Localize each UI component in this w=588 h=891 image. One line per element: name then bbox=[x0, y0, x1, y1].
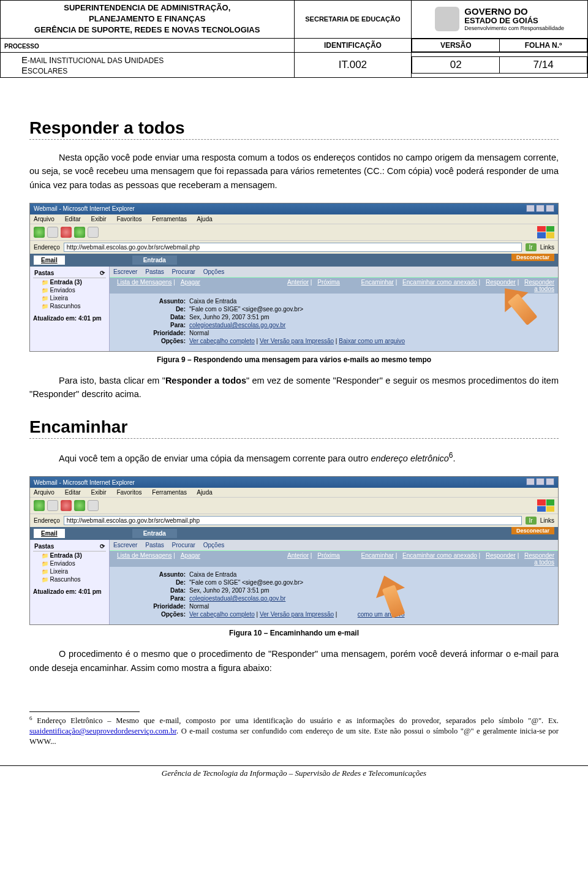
compose-button[interactable]: Escrever bbox=[113, 268, 137, 275]
prev-link-2[interactable]: Anterior bbox=[287, 552, 309, 559]
to-value[interactable]: colegioestadual@escolas.go.gov.br bbox=[189, 322, 285, 328]
footnote-example-link[interactable]: suaidentificação@seuprovedordeserviço.co… bbox=[29, 727, 176, 735]
ie-menubar-2[interactable]: Arquivo Editar Exibir Favoritos Ferramen… bbox=[30, 488, 558, 497]
forward-attachment-link[interactable]: Encaminhar como anexado bbox=[402, 279, 477, 286]
email-tab[interactable]: Email bbox=[34, 256, 65, 265]
paragraph-encaminhar-how: O procedimento é o mesmo que o procedime… bbox=[29, 647, 559, 675]
message-headers: Assunto:Caixa de Entrada De:"Fale com o … bbox=[110, 294, 558, 351]
menu-favoritos-2[interactable]: Favoritos bbox=[116, 489, 141, 496]
folder-lixeira-2[interactable]: Lixeira bbox=[33, 567, 106, 575]
address-input[interactable] bbox=[64, 243, 522, 252]
download-link[interactable]: Baixar como um arquivo bbox=[339, 338, 405, 344]
links-label-2[interactable]: Links bbox=[540, 517, 554, 524]
menu-editar[interactable]: Editar bbox=[65, 216, 81, 222]
options-button-2[interactable]: Opções bbox=[203, 542, 224, 548]
go-button-2[interactable]: Ir bbox=[526, 517, 537, 525]
links-label[interactable]: Links bbox=[540, 244, 554, 251]
stop-icon[interactable] bbox=[61, 227, 72, 238]
menu-editar-2[interactable]: Editar bbox=[65, 489, 81, 496]
ie-titlebar-2: Webmail - Microsoft Internet Explorer bbox=[30, 477, 558, 488]
print-version-link-2[interactable]: Ver Versão para Impressão bbox=[260, 611, 334, 618]
footnote-6: 6 Endereço Eletrônico – Mesmo que e-mail… bbox=[29, 715, 559, 747]
menu-arquivo-2[interactable]: Arquivo bbox=[34, 489, 55, 496]
priority-key-2: Prioridade: bbox=[146, 603, 189, 610]
from-key: De: bbox=[146, 306, 189, 313]
back-icon-2[interactable] bbox=[34, 500, 45, 511]
folder-lixeira[interactable]: Lixeira bbox=[33, 294, 106, 302]
forward-icon[interactable] bbox=[47, 227, 58, 238]
priority-value: Normal bbox=[189, 330, 552, 336]
options-button[interactable]: Opções bbox=[203, 268, 224, 275]
menu-arquivo[interactable]: Arquivo bbox=[34, 216, 55, 222]
webmail-topbar-2: Email Entrada Desconectar bbox=[30, 527, 558, 540]
folder-entrada-2[interactable]: Entrada (3) bbox=[33, 552, 106, 559]
home-icon-2[interactable] bbox=[88, 500, 99, 511]
ie-toolbar bbox=[30, 224, 558, 241]
folder-enviados-2[interactable]: Enviados bbox=[33, 559, 106, 567]
window-buttons[interactable] bbox=[525, 205, 554, 213]
menu-ferramentas[interactable]: Ferramentas bbox=[152, 216, 187, 222]
folder-rascunhos-2[interactable]: Rascunhos bbox=[33, 575, 106, 583]
doc-header: SUPERINTENDENCIA DE ADMINISTRAÇÃO, PLANE… bbox=[0, 0, 588, 78]
disconnect-button-2[interactable]: Desconectar bbox=[511, 527, 554, 534]
ie-menubar[interactable]: Arquivo Editar Exibir Favoritos Ferramen… bbox=[30, 214, 558, 224]
menu-favoritos[interactable]: Favoritos bbox=[116, 216, 141, 222]
figure-9-caption: Figura 9 – Respondendo uma mensagem para… bbox=[29, 355, 559, 364]
window-buttons-2[interactable] bbox=[525, 478, 554, 487]
address-input-2[interactable] bbox=[64, 516, 522, 525]
folder-entrada[interactable]: Entrada (3) bbox=[33, 278, 106, 286]
view-headers-link[interactable]: Ver cabeçalho completo bbox=[189, 338, 255, 344]
view-headers-link-2[interactable]: Ver cabeçalho completo bbox=[189, 611, 255, 618]
prev-link[interactable]: Anterior bbox=[287, 279, 309, 286]
folders-button[interactable]: Pastas bbox=[145, 268, 164, 275]
refresh-folders-icon-2[interactable]: ⟳ bbox=[100, 543, 105, 550]
address-label-2: Endereço bbox=[34, 517, 60, 524]
go-button[interactable]: Ir bbox=[526, 243, 537, 251]
email-tab-2[interactable]: Email bbox=[34, 529, 65, 538]
search-button[interactable]: Procurar bbox=[172, 268, 195, 275]
menu-exibir[interactable]: Exibir bbox=[91, 216, 107, 222]
forward-attachment-link-2[interactable]: Encaminhar como anexado bbox=[402, 552, 477, 559]
folder-enviados[interactable]: Enviados bbox=[33, 286, 106, 294]
list-link-2[interactable]: Lista de Mensagens bbox=[117, 552, 172, 559]
windows-flag-icon bbox=[537, 226, 554, 238]
footnote-separator bbox=[29, 711, 140, 712]
forward-link-2[interactable]: Encaminhar bbox=[361, 552, 394, 559]
gov-slogan: Desenvolvimento com Responsabilidade bbox=[464, 26, 564, 32]
stop-icon-2[interactable] bbox=[61, 500, 72, 511]
updated-label: Atualizado em: 4:01 pm bbox=[33, 315, 106, 322]
menu-ajuda-2[interactable]: Ajuda bbox=[197, 489, 213, 496]
folder-rascunhos[interactable]: Rascunhos bbox=[33, 302, 106, 310]
menu-exibir-2[interactable]: Exibir bbox=[91, 489, 107, 496]
reply-all-link-2[interactable]: Responder a todos bbox=[524, 552, 554, 566]
forward-link[interactable]: Encaminhar bbox=[361, 279, 394, 286]
delete-link[interactable]: Apagar bbox=[181, 279, 200, 286]
folder-sidebar-2: Pastas⟳ Entrada (3) Enviados Lixeira Ras… bbox=[30, 540, 110, 624]
disconnect-button[interactable]: Desconectar bbox=[511, 254, 554, 261]
pastas-header-2: Pastas bbox=[34, 543, 54, 550]
next-link-2[interactable]: Próxima bbox=[317, 552, 340, 559]
home-icon[interactable] bbox=[88, 227, 99, 238]
list-link[interactable]: Lista de Mensagens bbox=[117, 279, 172, 286]
compose-button-2[interactable]: Escrever bbox=[113, 542, 137, 548]
subject-key-2: Assunto: bbox=[146, 571, 189, 578]
print-version-link[interactable]: Ver Versão para Impressão bbox=[260, 338, 334, 344]
from-key-2: De: bbox=[146, 579, 189, 586]
refresh-icon-2[interactable] bbox=[74, 500, 85, 511]
forward-icon-2[interactable] bbox=[47, 500, 58, 511]
search-button-2[interactable]: Procurar bbox=[172, 542, 195, 548]
menu-ferramentas-2[interactable]: Ferramentas bbox=[152, 489, 187, 496]
menu-ajuda[interactable]: Ajuda bbox=[197, 216, 213, 222]
delete-link-2[interactable]: Apagar bbox=[181, 552, 200, 559]
reply-link-2[interactable]: Responder bbox=[486, 552, 516, 559]
value-folha: 7/14 bbox=[500, 56, 587, 73]
subject-value-2: Caixa de Entrada bbox=[189, 571, 552, 578]
folders-button-2[interactable]: Pastas bbox=[145, 542, 164, 548]
back-icon[interactable] bbox=[34, 227, 45, 238]
gov-title: GOVERNO DO bbox=[464, 7, 564, 17]
next-link[interactable]: Próxima bbox=[317, 279, 340, 286]
refresh-folders-icon[interactable]: ⟳ bbox=[100, 270, 105, 276]
figure-10-caption: Figura 10 – Encaminhando um e-mail bbox=[29, 629, 559, 637]
refresh-icon[interactable] bbox=[74, 227, 85, 238]
to-value-2[interactable]: colegioestadual@escolas.go.gov.br bbox=[189, 595, 285, 602]
